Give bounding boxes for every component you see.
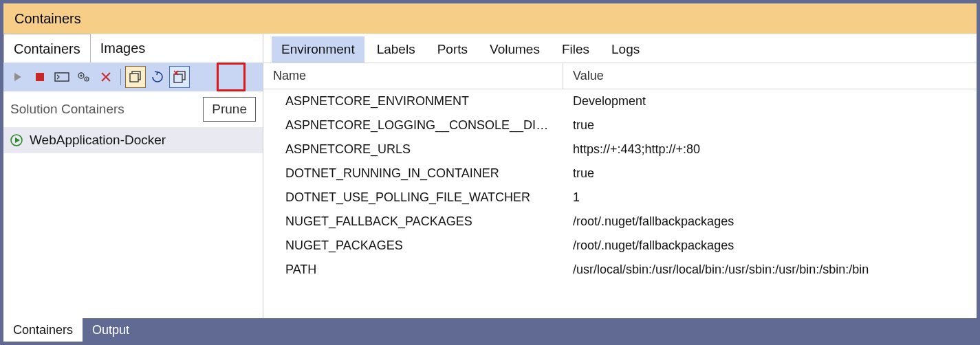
delete-button[interactable]	[96, 66, 116, 88]
svg-marker-0	[14, 73, 21, 81]
env-value: true	[563, 113, 977, 137]
table-row[interactable]: ASPNETCORE_URLShttps://+:443;http://+:80	[263, 137, 977, 162]
env-value: https://+:443;http://+:80	[563, 137, 977, 162]
tab-logs[interactable]: Logs	[602, 36, 649, 63]
terminal-button[interactable]	[52, 66, 72, 88]
settings-button[interactable]	[74, 66, 94, 88]
env-value: /usr/local/sbin:/usr/local/bin:/usr/sbin…	[563, 258, 977, 282]
table-row[interactable]: ASPNETCORE_LOGGING__CONSOLE__DISA…true	[263, 113, 977, 137]
prune-tooltip: Prune	[203, 97, 256, 122]
tab-labels[interactable]: Labels	[367, 36, 425, 63]
env-name: NUGET_FALLBACK_PACKAGES	[263, 210, 563, 234]
svg-rect-10	[130, 74, 138, 82]
refresh-button[interactable]	[147, 66, 168, 88]
env-name: ASPNETCORE_URLS	[263, 137, 563, 162]
table-row[interactable]: DOTNET_RUNNING_IN_CONTAINERtrue	[263, 162, 977, 186]
bottom-tab-output[interactable]: Output	[83, 318, 139, 342]
env-value: Development	[563, 89, 977, 113]
env-name: ASPNETCORE_ENVIRONMENT	[263, 89, 563, 113]
table-row[interactable]: PATH/usr/local/sbin:/usr/local/bin:/usr/…	[263, 258, 977, 282]
svg-rect-1	[36, 73, 44, 81]
group-row: Solution Containers Prune	[3, 91, 263, 127]
env-value: /root/.nuget/fallbackpackages	[563, 210, 977, 234]
remove-all-stopped-button[interactable]	[125, 66, 146, 88]
left-tab-strip: Containers Images	[3, 34, 263, 63]
env-name: NUGET_PACKAGES	[263, 234, 563, 258]
tab-volumes[interactable]: Volumes	[480, 36, 549, 63]
bottom-tab-containers[interactable]: Containers	[3, 318, 83, 342]
group-label: Solution Containers	[10, 102, 124, 117]
container-list-item[interactable]: WebApplication-Docker	[3, 127, 263, 153]
toolbar-separator	[120, 69, 121, 85]
window-title: Containers	[3, 3, 977, 34]
svg-marker-16	[15, 137, 20, 143]
column-value-header[interactable]: Value	[563, 63, 977, 89]
table-row[interactable]: DOTNET_USE_POLLING_FILE_WATCHER1	[263, 186, 977, 210]
tab-files[interactable]: Files	[552, 36, 599, 63]
env-table-header: Name Value	[263, 63, 977, 89]
svg-point-6	[86, 78, 87, 80]
right-tab-strip: Environment Labels Ports Volumes Files L…	[263, 34, 977, 63]
toolbar	[3, 63, 263, 91]
title-text: Containers	[14, 11, 81, 27]
svg-rect-12	[174, 74, 182, 82]
prune-button[interactable]	[169, 66, 190, 88]
table-row[interactable]: ASPNETCORE_ENVIRONMENTDevelopment	[263, 89, 977, 113]
tab-images[interactable]: Images	[91, 34, 155, 63]
env-name: DOTNET_RUNNING_IN_CONTAINER	[263, 162, 563, 186]
env-name: DOTNET_USE_POLLING_FILE_WATCHER	[263, 186, 563, 210]
svg-point-4	[80, 75, 83, 77]
container-name: WebApplication-Docker	[30, 133, 166, 148]
highlight-box	[217, 63, 246, 91]
bottom-tab-strip: Containers Output	[3, 318, 977, 342]
env-name: PATH	[263, 258, 563, 282]
start-button[interactable]	[8, 66, 28, 88]
table-row[interactable]: NUGET_FALLBACK_PACKAGES/root/.nuget/fall…	[263, 210, 977, 234]
tab-environment[interactable]: Environment	[272, 36, 364, 63]
env-value: 1	[563, 186, 977, 210]
stop-button[interactable]	[30, 66, 50, 88]
env-value: /root/.nuget/fallbackpackages	[563, 234, 977, 258]
svg-rect-2	[55, 73, 69, 81]
env-value: true	[563, 162, 977, 186]
tab-ports[interactable]: Ports	[428, 36, 477, 63]
tab-containers[interactable]: Containers	[3, 34, 91, 63]
env-table-body: ASPNETCORE_ENVIRONMENTDevelopment ASPNET…	[263, 89, 977, 282]
column-name-header[interactable]: Name	[263, 63, 563, 89]
env-name: ASPNETCORE_LOGGING__CONSOLE__DISA…	[263, 113, 563, 137]
running-icon	[10, 134, 23, 146]
table-row[interactable]: NUGET_PACKAGES/root/.nuget/fallbackpacka…	[263, 234, 977, 258]
